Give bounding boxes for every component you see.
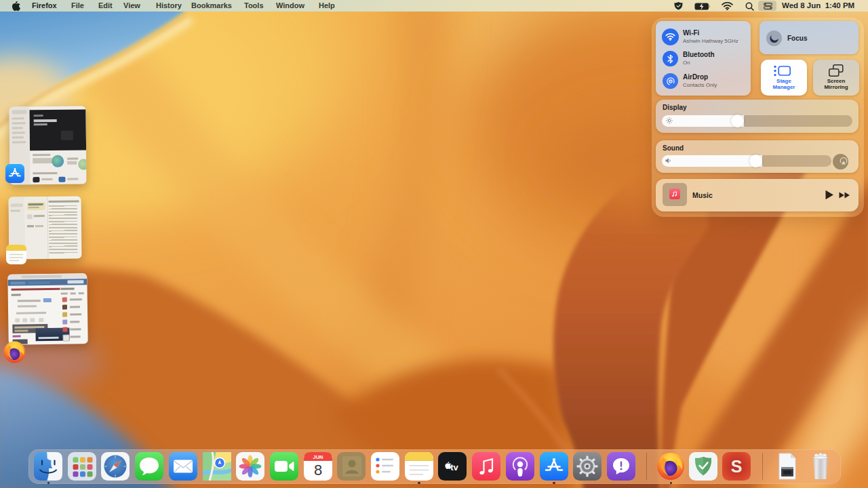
svg-text:tv: tv [451, 462, 459, 472]
svg-text:S: S [731, 457, 743, 476]
svg-text:JUN: JUN [313, 454, 323, 460]
svg-text:8: 8 [313, 462, 321, 479]
